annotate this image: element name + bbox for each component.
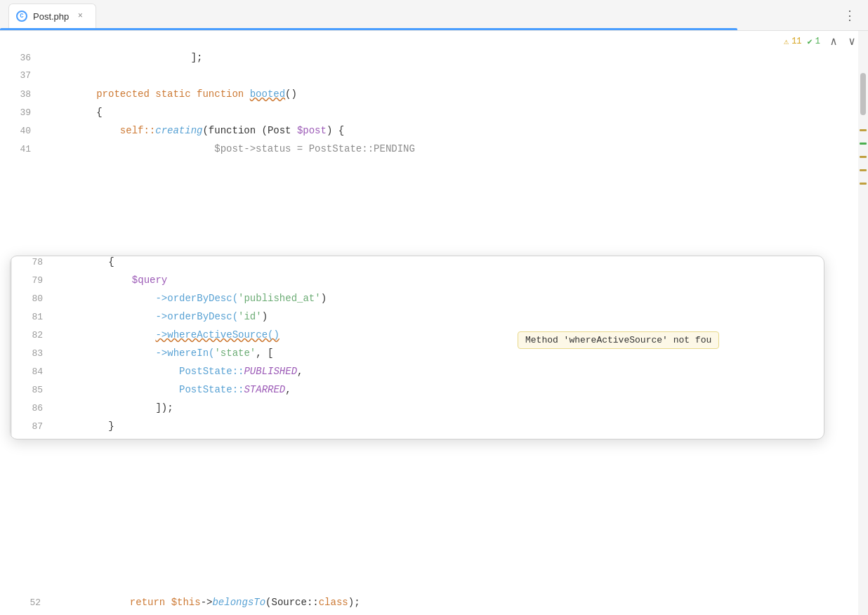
table-row: 38 protected static function booted() [0, 88, 868, 107]
top-warning-bar: ⚠ 11 ✔ 1 ∧ ∨ [0, 31, 868, 52]
line-number: 79 [12, 275, 54, 286]
scrollbar-marks [860, 129, 867, 185]
table-row: 84 PostState::PUBLISHED, [11, 366, 824, 384]
table-row: 40 self::creating(function (Post $post) … [0, 125, 868, 143]
table-row: 81 ->orderByDesc('id') [11, 311, 824, 329]
tab-active-indicator [0, 28, 737, 30]
table-row: 78 { [11, 256, 824, 275]
more-options-button[interactable]: ⋮ [840, 6, 860, 25]
tab-title: Post.php [33, 11, 69, 22]
line-content: { [55, 256, 114, 267]
table-row: 83 ->whereIn('state', [ [11, 348, 824, 366]
line-number: 38 [0, 89, 42, 100]
line-number: 87 [12, 421, 54, 432]
line-number: 36 [0, 53, 42, 63]
table-row: 82 ->whereActiveSource()Method 'whereAct… [11, 329, 824, 348]
check-icon: ✔ [808, 37, 813, 47]
line-content: $query [55, 275, 167, 286]
line-number: 37 [0, 70, 42, 81]
table-row: 39 { [0, 107, 868, 125]
editor-area: 36 ];3738 protected static function boot… [0, 52, 868, 615]
error-tooltip: Method 'whereActiveSource' not fou [518, 331, 719, 349]
scrollbar-mark-warning-4 [860, 183, 867, 185]
line-content: { [44, 107, 103, 118]
warning-icon: ⚠ [784, 37, 789, 47]
line-number: 39 [0, 107, 42, 118]
line-content: ]; [44, 52, 202, 63]
table-row: 87 } [11, 421, 824, 439]
line-number: 83 [12, 348, 54, 359]
table-row: 80 ->orderByDesc('published_at') [11, 293, 824, 311]
popup-box: 78 {79 $query80 ->orderByDesc('published… [10, 256, 824, 439]
table-row: 37 [0, 70, 868, 88]
next-issue-button[interactable]: ∨ [844, 34, 860, 49]
line-content: PostState::PUBLISHED, [55, 366, 303, 377]
popup-overlay: 78 {79 $query80 ->orderByDesc('published… [10, 256, 868, 615]
line-number: 86 [12, 403, 54, 414]
prev-issue-button[interactable]: ∧ [826, 34, 841, 49]
line-content: protected static function booted() [44, 88, 297, 100]
check-count: 1 [815, 37, 820, 46]
line-number: 78 [12, 257, 54, 267]
warning-badge: ⚠ 11 [784, 37, 802, 47]
line-content: ->orderByDesc('id') [55, 311, 268, 322]
check-badge: ✔ 1 [808, 37, 820, 47]
scrollbar-mark-warning-2 [860, 156, 867, 158]
line-content: ->orderByDesc('published_at') [55, 293, 327, 304]
line-number: 40 [0, 126, 42, 136]
scrollbar-mark-warning-3 [860, 169, 867, 171]
line-number: 80 [12, 293, 54, 304]
table-row: 41 $post->status = PostState::PENDING [0, 143, 868, 161]
line-content: PostState::STARRED, [55, 384, 291, 395]
tab-close-button[interactable]: × [74, 11, 86, 22]
line-content: ]); [55, 402, 173, 414]
line-number: 41 [0, 144, 42, 154]
tab-post-php[interactable]: C Post.php × [8, 4, 96, 29]
scrollbar-mark-warning [860, 129, 867, 131]
table-row: 36 ]; [0, 52, 868, 70]
table-row: 79 $query [11, 275, 824, 293]
table-row: 86 ]); [11, 402, 824, 421]
line-number: 85 [12, 385, 54, 395]
line-content: } [55, 421, 114, 432]
code-section-top: 36 ];3738 protected static function boot… [0, 52, 868, 161]
line-content: $post->status = PostState::PENDING [44, 143, 415, 154]
scrollbar-mark-check [860, 143, 867, 145]
tab-bar: C Post.php × ⋮ [0, 0, 868, 31]
warning-count: 11 [791, 37, 801, 46]
line-number: 84 [12, 366, 54, 377]
line-number: 81 [12, 312, 54, 322]
line-number: 82 [12, 330, 54, 340]
php-icon: C [16, 11, 27, 22]
line-content: self::creating(function (Post $post) { [44, 125, 344, 136]
table-row: 85 PostState::STARRED, [11, 384, 824, 402]
nav-arrows: ∧ ∨ [826, 34, 860, 49]
line-content: ->whereActiveSource() [55, 329, 280, 340]
line-content: ->whereIn('state', [ [55, 348, 273, 359]
scrollbar-thumb[interactable] [860, 73, 866, 115]
